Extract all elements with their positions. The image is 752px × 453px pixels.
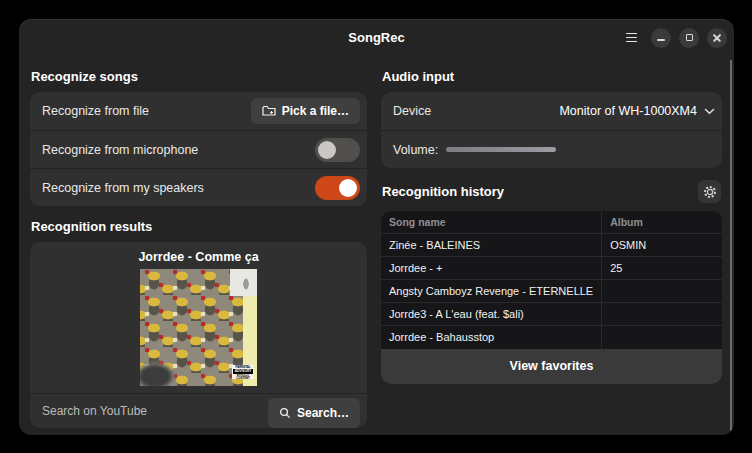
recognize-songs-card: Recognize from file Pick a file… Reco xyxy=(30,92,367,206)
column-song-name[interactable]: Song name xyxy=(381,211,602,234)
close-icon xyxy=(712,33,722,43)
history-settings-button[interactable] xyxy=(698,180,721,203)
chevron-down-icon xyxy=(704,108,715,115)
view-favorites-button[interactable]: View favorites xyxy=(381,349,722,384)
table-row[interactable]: Jorrdee - Bahausstop xyxy=(381,326,722,349)
album-art-image: PARENTAL ADVISORY EXPLICIT CONTENT xyxy=(140,269,257,386)
recognition-results-heading: Recognition results xyxy=(31,219,367,234)
recognized-song-title: Jorrdee - Comme ça xyxy=(30,242,367,269)
audio-input-heading: Audio input xyxy=(382,69,722,84)
maximize-button[interactable] xyxy=(679,28,699,48)
recognize-from-file-row: Recognize from file Pick a file… xyxy=(30,92,367,130)
search-on-youtube-label: Search on YouTube xyxy=(42,404,147,418)
main-content: Recognize songs Recognize from file Pick… xyxy=(19,56,734,428)
device-label: Device xyxy=(393,104,431,118)
vertical-scrollbar[interactable] xyxy=(730,60,733,431)
device-selected-value: Monitor of WH-1000XM4 xyxy=(559,104,697,118)
window-title: SongRec xyxy=(348,30,404,45)
titlebar: SongRec xyxy=(19,19,734,56)
menu-icon[interactable] xyxy=(619,26,643,50)
speakers-toggle[interactable] xyxy=(315,176,360,200)
column-album[interactable]: Album xyxy=(602,211,722,234)
recognize-from-speakers-row: Recognize from my speakers xyxy=(30,168,367,206)
youtube-search-button[interactable]: Search… xyxy=(268,398,360,428)
songrec-window: SongRec Recognize songs Recognize from f… xyxy=(19,19,734,435)
right-column: Audio input Device Monitor of WH-1000XM4… xyxy=(381,56,722,428)
recognize-from-microphone-label: Recognize from microphone xyxy=(42,143,198,157)
recognition-results-card: Jorrdee - Comme ça PARENTAL ADVISORY EXP… xyxy=(30,242,367,428)
table-header-row: Song name Album xyxy=(381,211,722,234)
table-row[interactable]: Jorrde3 - A L'eau (feat. $ali) xyxy=(381,303,722,326)
volume-level-bar xyxy=(446,147,556,152)
volume-row: Volume: xyxy=(381,130,722,168)
recognition-history-card: Song name Album Zinée - BALEINES OSMIN J… xyxy=(381,211,722,384)
close-button[interactable] xyxy=(707,28,727,48)
minimize-icon xyxy=(657,39,665,41)
audio-input-card: Device Monitor of WH-1000XM4 Volume: xyxy=(381,92,722,168)
recognition-history-header: Recognition history xyxy=(382,180,722,203)
recognition-history-heading: Recognition history xyxy=(382,184,504,199)
album-art-corner-graphic xyxy=(230,269,257,296)
recognition-history-table: Song name Album Zinée - BALEINES OSMIN J… xyxy=(381,211,722,349)
album-art-figure xyxy=(140,350,190,386)
titlebar-controls xyxy=(619,19,727,56)
youtube-search-label: Search… xyxy=(297,406,349,420)
recognize-from-speakers-label: Recognize from my speakers xyxy=(42,181,204,195)
volume-label: Volume: xyxy=(393,143,438,157)
gear-icon xyxy=(703,185,717,199)
pick-a-file-button[interactable]: Pick a file… xyxy=(251,98,360,124)
parental-advisory-label: PARENTAL ADVISORY EXPLICIT CONTENT xyxy=(232,365,254,379)
table-row[interactable]: Zinée - BALEINES OSMIN xyxy=(381,234,722,257)
recognize-songs-heading: Recognize songs xyxy=(31,69,367,84)
pick-a-file-label: Pick a file… xyxy=(282,104,349,118)
maximize-icon xyxy=(686,34,693,41)
minimize-button[interactable] xyxy=(651,28,671,48)
recognize-from-file-label: Recognize from file xyxy=(42,104,149,118)
microphone-toggle[interactable] xyxy=(315,138,360,162)
table-row[interactable]: Angsty Camboyz Revenge - ETERNELLE xyxy=(381,280,722,303)
search-icon xyxy=(279,407,291,419)
left-column: Recognize songs Recognize from file Pick… xyxy=(30,56,367,428)
search-on-youtube-row: Search on YouTube Search… xyxy=(30,393,367,428)
table-row[interactable]: Jorrdee - + 25 xyxy=(381,257,722,280)
folder-new-icon xyxy=(262,105,276,117)
recognize-from-microphone-row: Recognize from microphone xyxy=(30,130,367,168)
device-row[interactable]: Device Monitor of WH-1000XM4 xyxy=(381,92,722,130)
